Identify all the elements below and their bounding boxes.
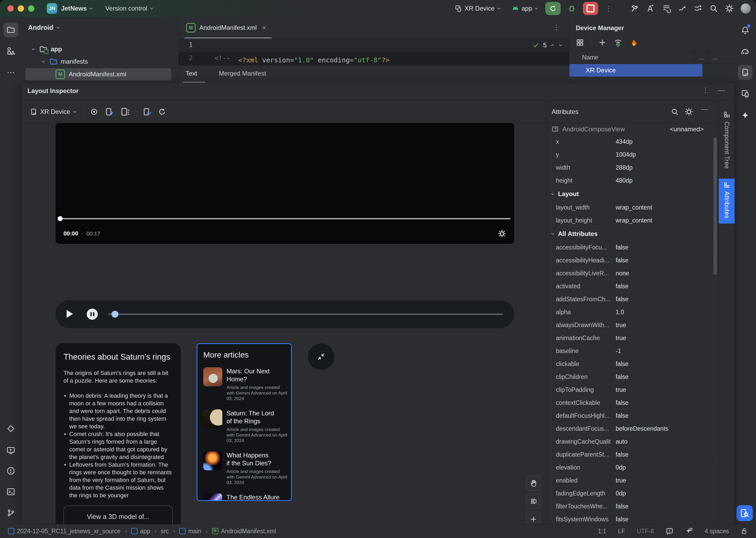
column-header-more1[interactable]: ... — [695, 54, 708, 61]
video-progress-bar[interactable] — [59, 218, 510, 219]
play-icon[interactable] — [67, 310, 73, 318]
apply-code-changes-icon[interactable] — [662, 4, 671, 13]
attribute-row[interactable]: contextClickablefalse — [547, 396, 719, 409]
media-slider-track[interactable] — [108, 313, 503, 315]
group-devices-icon[interactable] — [576, 38, 584, 47]
zoom-in-button[interactable] — [526, 512, 540, 524]
view-3d-model-button[interactable]: View a 3D model of... — [63, 506, 173, 524]
error-balloon-icon[interactable] — [666, 527, 673, 535]
layout-inspector-minimize[interactable]: — — [718, 86, 725, 94]
gradle-tool-button[interactable] — [738, 44, 753, 59]
attribute-row[interactable]: filterTouchesWhe...false — [547, 500, 719, 513]
attribute-row[interactable]: layout_widthwrap_content — [547, 201, 719, 214]
sync-device-icon[interactable] — [143, 107, 151, 116]
settings-gear-icon[interactable] — [725, 4, 734, 13]
breadcrumb-item[interactable]: AndroidManifest.xml — [212, 528, 276, 535]
snapshot-list-icon[interactable] — [120, 107, 130, 117]
attribute-row[interactable]: activatedfalse — [547, 280, 719, 293]
unlock-icon[interactable] — [741, 527, 748, 535]
device-row-xr-device[interactable]: XR Device — [569, 64, 702, 77]
attribute-row[interactable]: descendantFocus...beforeDescendants — [547, 422, 719, 435]
running-devices-tool-button[interactable] — [738, 86, 753, 101]
pan-mode-button[interactable] — [526, 476, 541, 491]
inspector-device-selector[interactable]: XR Device — [29, 108, 77, 116]
notifications-button[interactable] — [738, 23, 753, 37]
layout-section-header[interactable]: Layout — [547, 187, 719, 201]
attributes-scrollbar[interactable] — [714, 137, 717, 275]
project-view-selector[interactable]: Android — [28, 24, 53, 31]
attribute-row[interactable]: drawingCacheQualitauto — [547, 435, 719, 448]
breadcrumb-item[interactable]: src — [161, 528, 179, 535]
all-attributes-section-header[interactable]: All Attributes — [547, 227, 719, 241]
attribute-row[interactable]: width288dp — [547, 161, 719, 174]
device-streaming-icon[interactable] — [694, 4, 703, 13]
code-line-2[interactable]: <!-- — [214, 54, 230, 62]
inspections-widget[interactable]: 5 — [532, 40, 562, 51]
more-articles-card[interactable]: More articles Mars: Our Next Home? Artic… — [197, 343, 292, 501]
attribute-row[interactable]: elevation0dp — [547, 461, 719, 474]
apply-changes-icon[interactable] — [646, 4, 655, 13]
attribute-row[interactable]: height480dp — [547, 174, 719, 187]
saturn-theories-card[interactable]: Theories about Saturn's rings The origin… — [55, 343, 181, 524]
attribute-row[interactable]: layout_heightwrap_content — [547, 214, 719, 227]
media-control-bar[interactable] — [55, 300, 514, 328]
commit-tool-button[interactable] — [3, 421, 18, 436]
ai-assistant-off-icon[interactable] — [685, 527, 693, 535]
attribute-row[interactable]: x434dp — [547, 135, 719, 148]
minimize-window-button[interactable] — [18, 5, 24, 12]
tree-row-androidmanifest[interactable]: M AndroidManifest.xml — [26, 68, 171, 80]
services-tool-button[interactable] — [3, 443, 18, 458]
attributes-tab[interactable]: Attributes — [719, 179, 734, 224]
media-slider-thumb[interactable] — [112, 311, 118, 318]
attribute-row[interactable]: y1004dp — [547, 148, 719, 161]
video-player[interactable]: 00:00 · 00:17 — [55, 123, 514, 244]
project-logo[interactable]: JN — [47, 3, 57, 14]
inspector-viewport[interactable]: 00:00 · 00:17 Theories about Saturn's ri… — [22, 123, 547, 524]
rerun-button[interactable] — [545, 2, 561, 15]
refresh-icon[interactable] — [158, 108, 166, 116]
attributes-search-button[interactable] — [671, 108, 679, 116]
zoom-window-button[interactable] — [28, 5, 34, 12]
attribute-row[interactable]: alwaysDrawnWith...true — [547, 319, 719, 332]
more-run-actions[interactable]: ⋮ — [605, 5, 612, 13]
video-settings-gear-icon[interactable] — [498, 229, 506, 238]
layout-inspector-toggle-button[interactable] — [736, 505, 753, 521]
run-configuration-selector[interactable]: app — [511, 5, 539, 12]
project-tool-button[interactable] — [3, 23, 18, 37]
column-header-name[interactable]: Name — [569, 54, 694, 61]
attribute-row[interactable]: accessibilityFocu...false — [547, 241, 719, 254]
attribute-row[interactable]: fadingEdgeLength0dp — [547, 487, 719, 500]
attributes-minimize-button[interactable]: — — [701, 105, 708, 113]
attributes-settings-button[interactable] — [685, 108, 693, 116]
attribute-row[interactable]: clickablefalse — [547, 357, 719, 370]
close-window-button[interactable] — [7, 5, 14, 12]
attribute-row[interactable]: alpha1.0 — [547, 306, 719, 319]
profiler-icon[interactable] — [678, 4, 687, 13]
firebase-flame-icon[interactable] — [629, 38, 638, 47]
attribute-row[interactable]: clipChildrenfalse — [547, 370, 719, 383]
user-avatar[interactable] — [741, 3, 751, 14]
attribute-row[interactable]: enabledtrue — [547, 474, 719, 487]
stop-button[interactable] — [583, 2, 598, 15]
export-snapshot-icon[interactable] — [105, 107, 114, 116]
attribute-row[interactable]: defaultFocusHighl...false — [547, 409, 719, 422]
attribute-row[interactable]: clipToPaddingtrue — [547, 383, 719, 396]
pair-wifi-icon[interactable] — [613, 38, 622, 47]
code-line-1[interactable]: <?xml version="1.0" encoding="utf-8"?> — [214, 41, 389, 64]
video-progress-thumb[interactable] — [58, 216, 63, 221]
article-item[interactable]: What Happens if the Sun Dies? Article an… — [203, 451, 291, 485]
gemini-tool-button[interactable] — [738, 108, 753, 123]
more-tool-windows-button[interactable]: ⋯ — [3, 65, 18, 80]
terminal-tool-button[interactable] — [3, 484, 18, 499]
caret-position[interactable]: 1:1 — [598, 528, 607, 535]
line-separator[interactable]: LF — [618, 528, 625, 535]
selected-component-row[interactable]: AndroidComposeView <unnamed> — [547, 123, 719, 135]
attribute-row[interactable]: addStatesFromCh...false — [547, 293, 719, 306]
layout-inspector-options[interactable]: ⋮ — [702, 86, 709, 94]
breadcrumb-item[interactable]: 2024-12-05_RC11_jetnews_xr_source — [8, 528, 131, 535]
project-name-menu[interactable]: JetNews — [61, 5, 87, 12]
rotate-3d-button[interactable] — [526, 494, 541, 509]
attribute-row[interactable]: fitsSystemWindowsfalse — [547, 513, 719, 524]
version-control-menu[interactable]: Version control — [105, 5, 147, 12]
attribute-row[interactable]: accessibilityHeadi...false — [547, 254, 719, 267]
